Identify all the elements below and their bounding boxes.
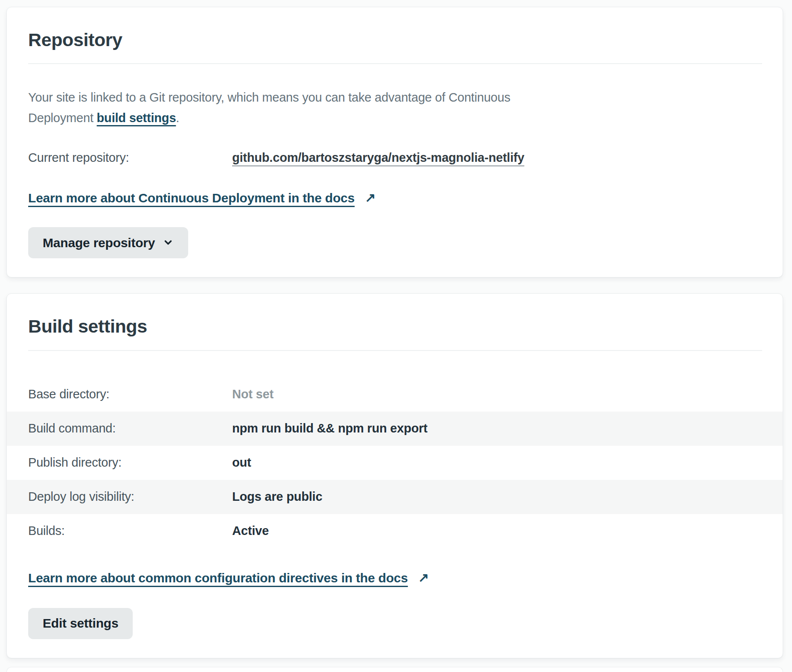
next-card-top-edge (6, 667, 783, 672)
table-row-publish-directory: Publish directory: out (7, 446, 783, 480)
publish-directory-value: out (232, 456, 251, 470)
edit-settings-button[interactable]: Edit settings (28, 608, 133, 639)
base-directory-label: Base directory: (28, 387, 232, 401)
deploy-log-visibility-value: Logs are public (232, 490, 322, 504)
build-command-value: npm run build && npm run export (232, 421, 428, 435)
build-settings-link[interactable]: build settings (97, 111, 176, 125)
configuration-directives-docs-link[interactable]: Learn more about common configuration di… (28, 570, 429, 586)
base-directory-value: Not set (232, 387, 274, 401)
table-row-build-command: Build command: npm run build && npm run … (7, 412, 783, 446)
external-link-arrow-icon: ↗ (365, 190, 376, 205)
build-settings-table: Base directory: Not set Build command: n… (7, 377, 783, 548)
builds-value: Active (232, 524, 269, 538)
build-settings-card-title: Build settings (28, 316, 762, 337)
build-command-label: Build command: (28, 421, 232, 435)
continuous-deployment-docs-link-label: Learn more about Continuous Deployment i… (28, 191, 355, 205)
repository-description: Your site is linked to a Git repository,… (28, 87, 762, 128)
repository-card: Repository Your site is linked to a Git … (6, 7, 783, 278)
description-period: . (176, 111, 179, 125)
configuration-directives-docs-link-label: Learn more about common configuration di… (28, 571, 408, 585)
edit-settings-button-label: Edit settings (43, 616, 118, 631)
continuous-deployment-docs-link[interactable]: Learn more about Continuous Deployment i… (28, 190, 376, 206)
deploy-log-visibility-label: Deploy log visibility: (28, 490, 232, 504)
chevron-down-icon (163, 237, 174, 251)
repository-card-title: Repository (28, 29, 762, 50)
divider (28, 63, 762, 64)
current-repository-row: Current repository: github.com/bartoszst… (28, 149, 762, 166)
manage-repository-button-label: Manage repository (43, 236, 155, 250)
description-line1: Your site is linked to a Git repository,… (28, 91, 510, 104)
divider (28, 350, 762, 351)
build-settings-card-actions: Edit settings (28, 608, 762, 639)
repository-card-actions: Manage repository (28, 227, 762, 258)
current-repository-link[interactable]: github.com/bartoszstaryga/nextjs-magnoli… (232, 149, 524, 166)
table-row-deploy-log-visibility: Deploy log visibility: Logs are public (7, 480, 783, 514)
publish-directory-label: Publish directory: (28, 456, 232, 470)
current-repository-label: Current repository: (28, 149, 232, 166)
table-row-builds: Builds: Active (7, 514, 783, 548)
description-line2-prefix: Deployment (28, 111, 97, 125)
settings-page: Repository Your site is linked to a Git … (0, 0, 792, 672)
table-row-base-directory: Base directory: Not set (7, 377, 783, 412)
external-link-arrow-icon: ↗ (418, 570, 429, 585)
build-settings-card: Build settings Base directory: Not set B… (6, 293, 783, 658)
manage-repository-button[interactable]: Manage repository (28, 227, 188, 258)
builds-label: Builds: (28, 524, 232, 538)
